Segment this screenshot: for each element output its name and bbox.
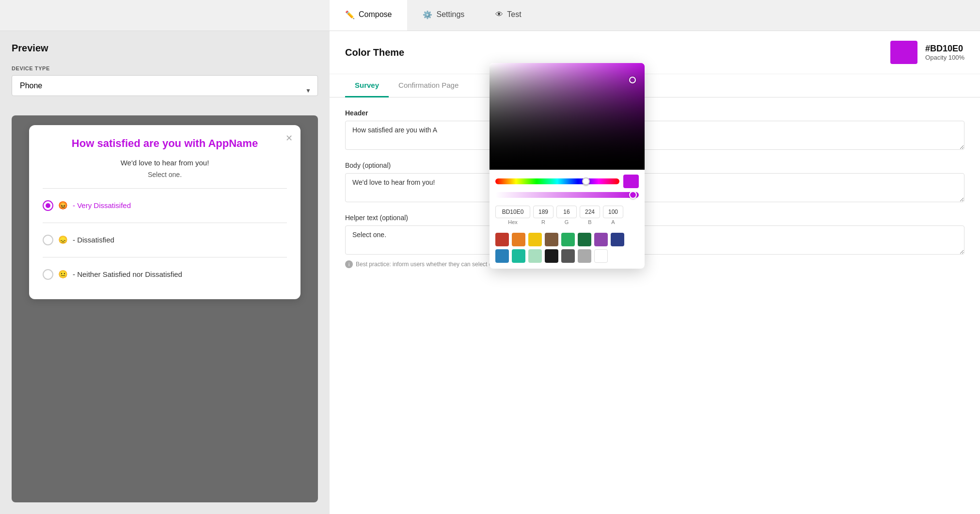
divider-2 [43, 223, 287, 223]
emoji-3: 😐 [58, 270, 68, 279]
survey-tabs: Survey Confirmation Page [330, 74, 980, 97]
radio-label-1: - Very Dissatisifed [73, 201, 131, 209]
radio-label-3: - Neither Satisfied nor Dissatisfied [73, 270, 182, 278]
phone-preview: ✕ How satisfied are you with AppName We'… [12, 115, 318, 502]
radio-label-2: - Dissatisfied [73, 236, 114, 244]
survey-body: We'd love to hear from you! [43, 159, 287, 167]
hue-row [490, 170, 645, 190]
survey-card: ✕ How satisfied are you with AppName We'… [29, 125, 300, 299]
color-theme-title: Color Theme [345, 47, 883, 58]
radio-circle-3 [43, 269, 53, 280]
divider-1 [43, 188, 287, 189]
header-field-label: Header [345, 109, 964, 117]
tab-test[interactable]: 👁 Test [480, 0, 537, 31]
tab-survey[interactable]: Survey [345, 74, 389, 97]
alpha-thumb[interactable] [629, 191, 637, 199]
preset-brown[interactable] [545, 233, 558, 246]
preset-orange[interactable] [512, 233, 525, 246]
compose-icon: ✏️ [345, 10, 355, 19]
r-input[interactable] [533, 206, 553, 218]
survey-helper: Select one. [43, 171, 287, 178]
color-gradient-area[interactable] [490, 63, 645, 170]
color-info: #BD10E0 Opacity 100% [925, 44, 964, 61]
body-field-label: Body (optional) [345, 161, 964, 169]
g-input-group: G [556, 206, 577, 225]
hex-input-group: Hex [495, 206, 530, 225]
radio-circle-1 [43, 200, 53, 211]
gradient-cursor[interactable] [629, 77, 636, 83]
preset-blue[interactable] [495, 249, 509, 263]
right-panel: Color Theme #BD10E0 Opacity 100% Survey … [330, 31, 980, 514]
tab-compose[interactable]: ✏️ Compose [330, 0, 407, 31]
body-field-input[interactable]: We'd love to hear from you! [345, 173, 964, 202]
preset-green[interactable] [561, 233, 575, 246]
test-icon: 👁 [495, 10, 503, 19]
radio-option-3[interactable]: 😐 - Neither Satisfied nor Dissatisfied [43, 263, 287, 286]
color-hex-display: #BD10E0 [925, 44, 964, 54]
device-select-wrapper: Phone Tablet Desktop [12, 75, 318, 106]
a-input-group: A [603, 206, 623, 225]
preset-dark-gray[interactable] [561, 249, 575, 263]
r-label: R [541, 219, 545, 225]
color-swatch-preview [623, 175, 639, 188]
radio-option-2[interactable]: 😞 - Dissatisfied [43, 229, 287, 251]
tab-settings[interactable]: ⚙️ Settings [407, 0, 480, 31]
gradient-background [490, 63, 645, 170]
preset-dark-green[interactable] [578, 233, 591, 246]
preset-light-green[interactable] [528, 249, 542, 263]
preset-yellow[interactable] [528, 233, 542, 246]
close-button[interactable]: ✕ [285, 133, 293, 144]
color-inputs-row: Hex R G B A [490, 203, 645, 231]
header-field-input[interactable]: How satisfied are you with A [345, 121, 964, 150]
preset-black[interactable] [545, 249, 558, 263]
preset-dark-blue[interactable] [611, 233, 624, 246]
color-picker-popup: Hex R G B A [490, 63, 645, 269]
hue-slider[interactable] [495, 178, 619, 184]
b-input-group: B [580, 206, 600, 225]
preview-panel: Preview DEVICE TYPE Phone Tablet Desktop… [0, 31, 330, 514]
form-content: Header How satisfied are you with A Body… [330, 97, 980, 514]
a-input[interactable] [603, 206, 623, 218]
alpha-row [490, 190, 645, 203]
best-practice-text: i Best practice: inform users whether th… [345, 260, 964, 268]
preset-row-1 [495, 233, 639, 246]
hue-thumb[interactable] [582, 177, 590, 185]
device-type-label: DEVICE TYPE [12, 65, 318, 71]
radio-option-1[interactable]: 😡 - Very Dissatisifed [43, 194, 287, 217]
helper-field-input[interactable]: Select one. [345, 225, 964, 255]
preset-white[interactable] [594, 249, 608, 263]
g-input[interactable] [556, 206, 577, 218]
preset-gray[interactable] [578, 249, 591, 263]
settings-icon: ⚙️ [423, 10, 432, 19]
preset-purple[interactable] [594, 233, 608, 246]
r-input-group: R [533, 206, 553, 225]
radio-circle-2 [43, 235, 53, 245]
preview-title: Preview [12, 43, 318, 54]
color-theme-header: Color Theme #BD10E0 Opacity 100% [330, 31, 980, 74]
a-label: A [611, 219, 615, 225]
hex-input[interactable] [495, 206, 530, 218]
top-navigation: ✏️ Compose ⚙️ Settings 👁 Test [0, 0, 980, 31]
color-opacity-display: Opacity 100% [925, 54, 964, 61]
device-type-select[interactable]: Phone Tablet Desktop [12, 75, 318, 96]
helper-field-label: Helper text (optional) [345, 214, 964, 222]
preset-colors [490, 231, 645, 269]
alpha-slider[interactable] [495, 192, 639, 198]
tab-settings-label: Settings [436, 10, 464, 19]
b-input[interactable] [580, 206, 600, 218]
emoji-1: 😡 [58, 201, 68, 210]
b-label: B [588, 219, 591, 225]
emoji-2: 😞 [58, 235, 68, 244]
tab-compose-label: Compose [359, 10, 392, 19]
info-icon: i [345, 260, 353, 268]
g-label: G [565, 219, 569, 225]
hex-label: Hex [508, 219, 518, 225]
preset-red[interactable] [495, 233, 509, 246]
divider-3 [43, 257, 287, 257]
preset-teal[interactable] [512, 249, 525, 263]
survey-header: How satisfied are you with AppName [43, 137, 287, 151]
color-swatch-large[interactable] [890, 41, 917, 64]
preset-row-2 [495, 249, 639, 263]
tab-test-label: Test [507, 10, 521, 19]
tab-confirmation[interactable]: Confirmation Page [389, 74, 468, 97]
